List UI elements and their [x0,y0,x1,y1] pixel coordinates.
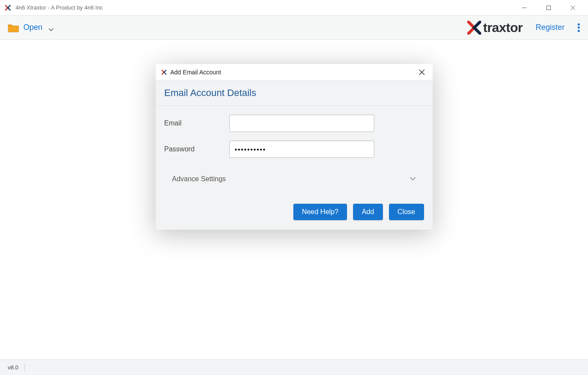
folder-icon [8,23,19,32]
password-label: Password [164,145,229,153]
window-title: 4n6 Xtraxtor - A Product by 4n6 Inc [16,4,516,11]
close-button[interactable]: Close [389,204,424,220]
status-bar: v8.0 [0,359,588,375]
dialog-footer: Need Help? Add Close [156,199,433,230]
svg-rect-1 [547,6,551,10]
password-row: Password [164,141,424,158]
dialog-header: Email Account Details [156,80,433,106]
dialog-titlebar: Add Email Account [156,64,433,80]
close-window-button[interactable] [565,2,581,14]
need-help-button[interactable]: Need Help? [293,204,347,220]
open-menu-button[interactable]: Open [8,23,54,32]
advance-settings-label: Advance Settings [172,175,409,183]
dropdown-caret-icon [48,26,54,29]
dialog-body: Email Password Advance Settings [156,106,433,199]
more-menu-button[interactable] [578,22,580,34]
chevron-down-icon [409,176,416,183]
logo-text: traxtor [483,20,523,35]
dialog-header-title: Email Account Details [164,87,424,99]
minimize-button[interactable] [516,2,533,14]
statusbar-divider [25,364,25,372]
password-input[interactable] [229,141,374,158]
add-email-account-dialog: Add Email Account Email Account Details … [156,64,433,230]
dialog-app-icon [161,69,167,75]
email-label: Email [164,119,229,127]
app-icon [4,4,11,11]
email-input[interactable] [229,115,374,132]
advance-settings-toggle[interactable]: Advance Settings [164,167,424,195]
open-label: Open [23,23,42,32]
window-titlebar: 4n6 Xtraxtor - A Product by 4n6 Inc [0,0,588,16]
dialog-close-button[interactable] [416,67,427,78]
dialog-title: Add Email Account [170,69,416,76]
window-controls [516,2,584,14]
main-toolbar: Open traxtor Register [0,16,588,40]
maximize-button[interactable] [540,2,557,14]
product-logo: traxtor [467,20,523,35]
add-button[interactable]: Add [353,204,382,220]
register-link[interactable]: Register [536,23,565,32]
version-label: v8.0 [8,364,19,371]
email-row: Email [164,115,424,132]
